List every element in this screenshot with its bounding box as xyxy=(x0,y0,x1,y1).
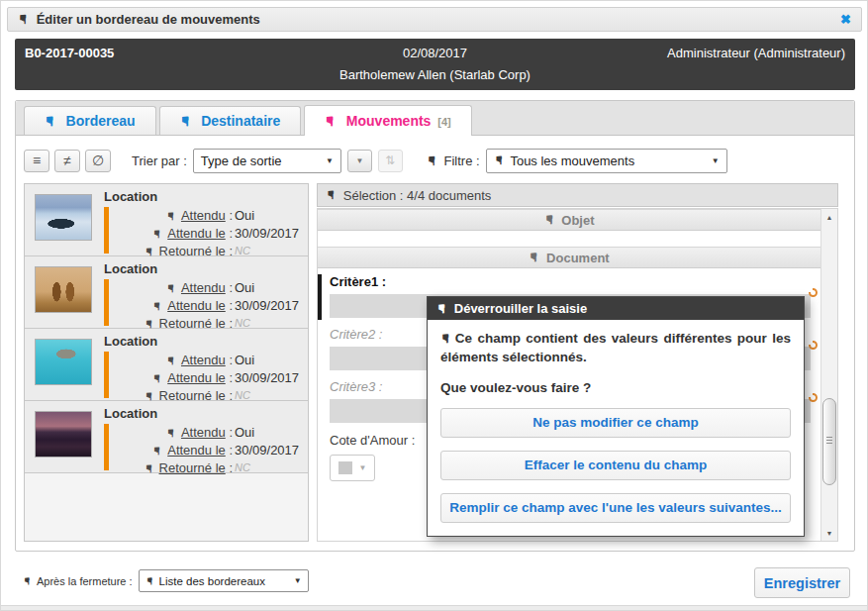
sort-options-button[interactable]: ▼ xyxy=(347,150,372,172)
hand-icon: ☛ xyxy=(17,14,30,26)
scrollbar-thumb[interactable] xyxy=(822,398,836,485)
movement-accent-bar xyxy=(104,207,109,254)
chevron-down-icon: ▼ xyxy=(359,463,367,472)
field-label: Critère1 : xyxy=(330,274,811,290)
hand-icon: ☛ xyxy=(152,373,163,383)
filter-select[interactable]: ☛ Tous les mouvements ▼ xyxy=(486,149,727,173)
movement-type: Location xyxy=(104,406,157,421)
window-bottom-strip xyxy=(1,605,867,610)
scrollbar-grip xyxy=(826,437,832,446)
hand-icon: ☛ xyxy=(144,463,154,473)
section-title: Document xyxy=(546,251,610,265)
hand-icon: ☛ xyxy=(543,215,555,226)
field-value: Oui xyxy=(233,208,304,223)
thumbnail-overwater-hut-photo xyxy=(35,339,92,385)
fill-field-button[interactable]: Remplir ce champ avec l'une les valeurs … xyxy=(440,493,791,523)
movement-details: ☛Attendu :Oui ☛Attendu le :30/09/2017 ☛R… xyxy=(116,351,304,404)
section-title: Objet xyxy=(561,213,594,228)
scroll-down-button[interactable]: ▼ xyxy=(821,525,837,541)
empty-set-icon: ∅ xyxy=(92,153,104,168)
movement-item[interactable]: Location ☛Attendu :Oui ☛Attendu le :30/0… xyxy=(25,256,308,329)
field-value: 30/09/2017 xyxy=(233,298,304,313)
hand-icon: ☛ xyxy=(325,190,337,201)
unlock-ring-icon[interactable] xyxy=(809,393,818,402)
not-equal-filter-button[interactable]: ≠ xyxy=(54,150,80,172)
hand-icon: ☛ xyxy=(166,211,177,221)
hand-icon: ☛ xyxy=(325,116,338,128)
not-equal-icon: ≠ xyxy=(63,153,71,168)
chevron-down-icon: ▼ xyxy=(355,156,363,165)
tab-label: Bordereau xyxy=(66,113,136,129)
tab-label: Mouvements xyxy=(346,113,432,129)
hand-icon: ☛ xyxy=(152,301,163,311)
hand-icon: ☛ xyxy=(435,303,447,314)
section-header-document[interactable]: ☛ Document xyxy=(318,247,820,268)
unlock-ring-icon[interactable] xyxy=(809,288,818,297)
tab-bordereau[interactable]: ☛ Bordereau xyxy=(24,106,156,135)
movement-accent-bar xyxy=(104,279,109,326)
chevron-down-icon: ▼ xyxy=(294,576,302,585)
movement-type: Location xyxy=(104,189,157,204)
hand-icon: ☛ xyxy=(144,391,154,401)
empty-filter-button[interactable]: ∅ xyxy=(85,150,111,172)
tab-count-badge: [4] xyxy=(437,116,450,128)
hand-icon: ☛ xyxy=(44,116,56,128)
field-value: NC xyxy=(233,389,304,401)
movement-item[interactable]: Location ☛Attendu :Oui ☛Attendu le :30/0… xyxy=(25,184,308,256)
hand-icon: ☛ xyxy=(144,247,154,256)
list-lines-icon: ≡ xyxy=(33,153,41,168)
hand-icon: ☛ xyxy=(166,428,177,438)
sort-arrows-icon: ⇅ xyxy=(385,153,395,167)
movement-accent-bar xyxy=(104,352,109,398)
movement-list: Location ☛Attendu :Oui ☛Attendu le :30/0… xyxy=(24,183,309,542)
unlock-ring-icon[interactable] xyxy=(809,341,818,350)
sort-select[interactable]: Type de sortie ▼ xyxy=(193,149,341,173)
field-label: ☛Retourné le : xyxy=(116,460,233,475)
movement-item[interactable]: Location ☛Attendu :Oui ☛Attendu le :30/0… xyxy=(25,401,308,473)
field-value: NC xyxy=(233,317,304,329)
filter-label: Filtre : xyxy=(444,153,480,168)
do-not-modify-button[interactable]: Ne pas modifier ce champ xyxy=(440,408,791,438)
popup-title: Déverrouiller la saisie xyxy=(454,301,587,316)
popup-header: ☛ Déverrouiller la saisie xyxy=(428,297,804,320)
tab-label: Destinataire xyxy=(201,113,280,129)
popup-question: Que voulez-vous faire ? xyxy=(440,380,791,395)
section-header-objet[interactable]: ☛ Objet xyxy=(318,209,820,231)
movement-details: ☛Attendu :Oui ☛Attendu le :30/09/2017 ☛R… xyxy=(116,206,304,259)
hand-icon: ☛ xyxy=(529,253,540,263)
movement-details: ☛Attendu :Oui ☛Attendu le :30/09/2017 ☛R… xyxy=(116,423,304,476)
sort-select-value: Type de sortie xyxy=(201,153,282,168)
after-close-label: Après la fermeture : xyxy=(37,575,133,587)
close-icon[interactable]: ✖ xyxy=(840,12,851,27)
field-value: NC xyxy=(233,245,304,256)
field-label: ☛Attendu le : xyxy=(116,226,233,241)
chevron-down-icon: ▼ xyxy=(704,156,720,165)
section-spacer xyxy=(318,231,820,247)
tab-destinataire[interactable]: ☛ Destinataire xyxy=(159,106,302,135)
dialog-title: Éditer un bordereau de mouvements xyxy=(37,12,260,27)
field-label: ☛Attendu le : xyxy=(116,370,233,385)
hand-icon: ☛ xyxy=(152,446,163,456)
save-button[interactable]: Enregistrer xyxy=(754,567,850,598)
tab-mouvements[interactable]: ☛ Mouvements [4] xyxy=(304,105,471,136)
movements-toolbar: ≡ ≠ ∅ Trier par : Type de sortie ▼ ▼ ⇅ ☛… xyxy=(24,146,846,175)
scroll-up-button[interactable]: ▲ xyxy=(821,209,837,225)
dialog-footer: ☛ Après la fermeture : ☛ Liste des borde… xyxy=(1,552,868,607)
thumbnail-castle-photo xyxy=(35,411,92,458)
cote-amour-select[interactable]: ▼ xyxy=(330,455,375,481)
popup-message: ☛Ce champ contient des valeurs différent… xyxy=(440,330,791,367)
sort-label: Trier par : xyxy=(132,153,187,168)
field-label: ☛Attendu : xyxy=(116,425,233,440)
field-value: 30/09/2017 xyxy=(233,443,304,458)
field-value: Oui xyxy=(233,425,304,440)
thumbnail-whale-photo xyxy=(35,194,92,241)
movement-item[interactable]: Location ☛Attendu :Oui ☛Attendu le :30/0… xyxy=(25,329,308,401)
clear-field-button[interactable]: Effacer le contenu du champ xyxy=(440,451,791,480)
hand-icon: ☛ xyxy=(493,155,505,166)
list-view-button[interactable]: ≡ xyxy=(24,150,49,172)
sort-direction-button[interactable]: ⇅ xyxy=(378,150,403,172)
vertical-scrollbar[interactable]: ▲ ▼ xyxy=(820,209,837,541)
hand-icon: ☛ xyxy=(144,319,154,329)
after-close-select[interactable]: ☛ Liste des bordereaux ▼ xyxy=(139,569,309,592)
selection-bar: ☛ Sélection : 4/4 documents xyxy=(317,183,838,207)
